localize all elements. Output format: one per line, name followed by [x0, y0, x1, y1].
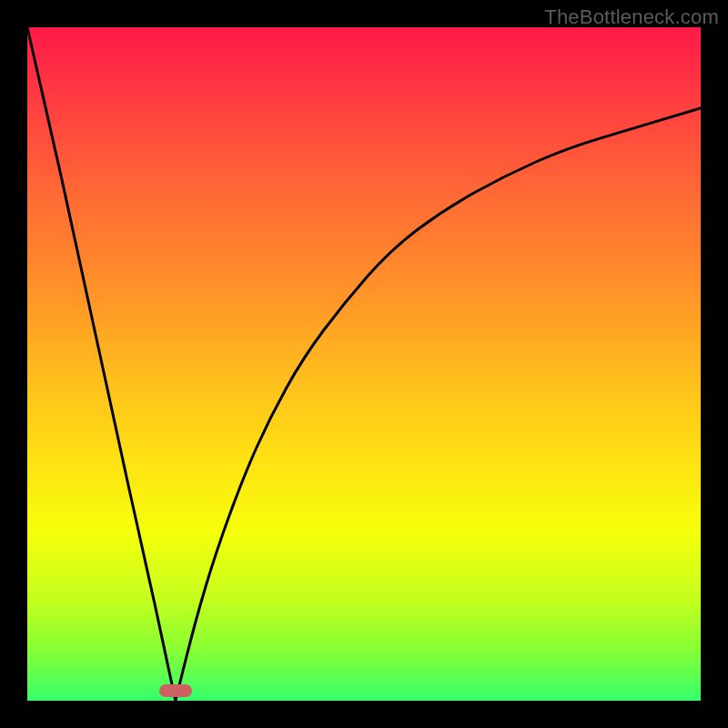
- curve-path: [27, 27, 701, 701]
- optimal-marker: [159, 684, 192, 697]
- plot-area: [27, 27, 701, 701]
- bottleneck-curve: [27, 27, 701, 701]
- chart-frame: TheBottleneck.com: [0, 0, 728, 728]
- watermark-text: TheBottleneck.com: [544, 5, 719, 29]
